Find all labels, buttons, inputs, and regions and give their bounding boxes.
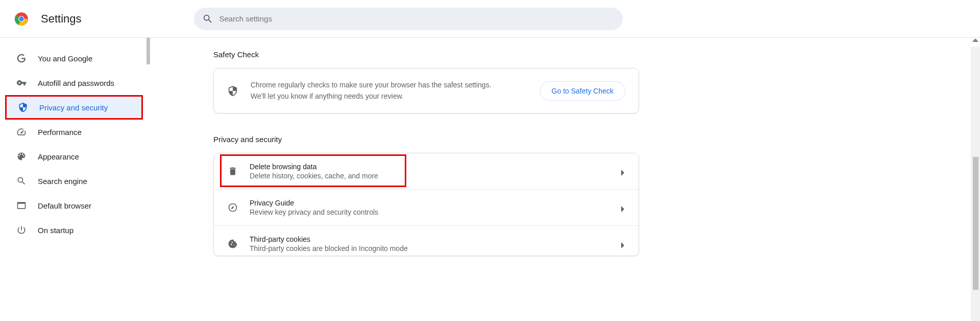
- key-icon: [15, 78, 28, 88]
- trash-icon: [227, 166, 238, 176]
- main-panel: Safety Check Chrome regularly checks to …: [152, 38, 980, 321]
- browser-window-icon: [15, 200, 28, 211]
- go-to-safety-check-button[interactable]: Go to Safety Check: [540, 81, 625, 101]
- chevron-right-icon: [621, 205, 625, 210]
- power-icon: [15, 225, 28, 235]
- privacy-security-heading: Privacy and security: [213, 135, 980, 144]
- sidebar-item-label: You and Google: [38, 54, 92, 63]
- svg-point-2: [19, 16, 23, 21]
- sidebar-item-privacy-security[interactable]: Privacy and security: [5, 95, 143, 120]
- chrome-logo-icon: [14, 12, 29, 26]
- sidebar-item-label: Appearance: [38, 152, 79, 161]
- sidebar-item-you-and-google[interactable]: You and Google: [0, 46, 143, 71]
- row-subtitle: Review key privacy and security controls: [250, 208, 621, 216]
- sidebar-item-label: Search engine: [38, 177, 87, 186]
- search-box[interactable]: [194, 8, 623, 30]
- search-icon: [202, 13, 213, 25]
- sidebar-item-search-engine[interactable]: Search engine: [0, 169, 143, 193]
- shield-icon: [227, 85, 238, 97]
- row-subtitle: Delete history, cookies, cache, and more: [250, 172, 621, 180]
- row-subtitle: Third-party cookies are blocked in Incog…: [250, 244, 621, 253]
- top-bar: Settings: [0, 0, 980, 38]
- sidebar: You and Google Autofill and passwords Pr…: [0, 38, 152, 321]
- sidebar-item-performance[interactable]: Performance: [0, 120, 143, 144]
- sidebar-item-label: Autofill and passwords: [38, 79, 114, 87]
- scrollbar-thumb[interactable]: [973, 157, 978, 290]
- sidebar-item-default-browser[interactable]: Default browser: [0, 193, 143, 218]
- row-title: Privacy Guide: [250, 199, 621, 207]
- sidebar-item-appearance[interactable]: Appearance: [0, 144, 143, 169]
- row-third-party-cookies[interactable]: Third-party cookies Third-party cookies …: [214, 226, 639, 256]
- compass-icon: [227, 202, 238, 213]
- google-g-icon: [15, 53, 28, 63]
- scrollbar-thumb[interactable]: [146, 38, 150, 64]
- palette-icon: [15, 151, 28, 162]
- sidebar-scrollbar[interactable]: [146, 38, 152, 321]
- shield-icon: [17, 102, 29, 112]
- safety-check-heading: Safety Check: [213, 50, 980, 59]
- chevron-right-icon: [621, 242, 625, 246]
- page-title: Settings: [41, 12, 82, 26]
- row-title: Delete browsing data: [250, 163, 621, 171]
- cookie-icon: [227, 239, 238, 249]
- row-privacy-guide[interactable]: Privacy Guide Review key privacy and sec…: [214, 190, 639, 226]
- scrollbar-arrow-up-icon[interactable]: [972, 39, 978, 45]
- main-scrollbar[interactable]: [971, 38, 980, 321]
- safety-check-card: Chrome regularly checks to make sure you…: [213, 68, 639, 113]
- sidebar-item-label: Privacy and security: [39, 103, 108, 112]
- search-icon: [15, 176, 28, 186]
- safety-check-text: Chrome regularly checks to make sure you…: [251, 80, 540, 102]
- sidebar-item-autofill[interactable]: Autofill and passwords: [0, 71, 143, 95]
- scrollbar-track[interactable]: [971, 47, 980, 321]
- sidebar-item-on-startup[interactable]: On startup: [0, 218, 143, 242]
- speedometer-icon: [15, 127, 28, 137]
- row-delete-browsing-data[interactable]: Delete browsing data Delete history, coo…: [214, 153, 639, 190]
- privacy-list-card: Delete browsing data Delete history, coo…: [213, 153, 639, 256]
- row-title: Third-party cookies: [250, 235, 621, 243]
- sidebar-item-label: Performance: [38, 128, 82, 136]
- sidebar-item-label: Default browser: [38, 201, 91, 210]
- chevron-right-icon: [621, 169, 625, 173]
- sidebar-item-label: On startup: [38, 226, 74, 235]
- search-input[interactable]: [219, 14, 615, 23]
